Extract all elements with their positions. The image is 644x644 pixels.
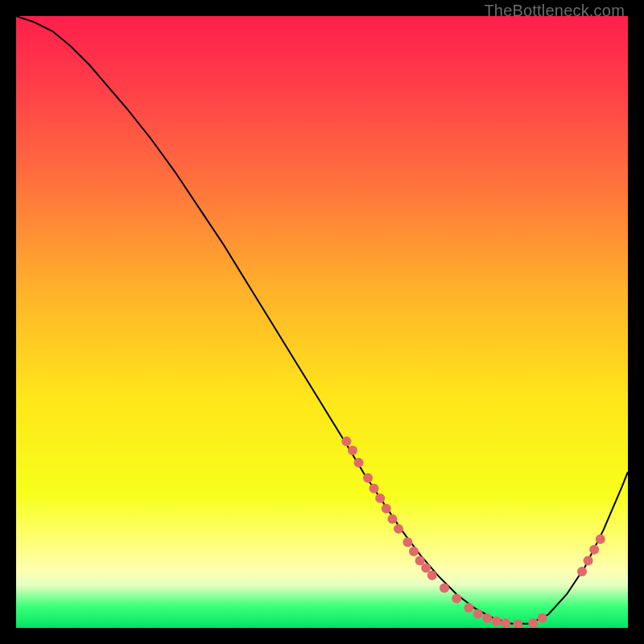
marker-dot [584,555,593,565]
marker-dot [501,618,510,628]
marker-dot [369,484,379,493]
marker-dot [538,613,547,623]
marker-dot [596,535,605,544]
marker-dot [528,618,538,628]
marker-dot [452,594,461,604]
marker-dot [409,547,419,556]
marker-dot [577,567,587,576]
chart-frame [16,16,628,628]
marker-dot [492,617,502,626]
marker-dot [473,609,483,619]
marker-dot [363,473,373,483]
marker-dot [348,446,357,456]
marker-dot [354,458,364,468]
chart-background [16,16,628,628]
marker-dot [402,538,412,547]
marker-dot [589,545,599,555]
marker-dot [440,584,449,593]
marker-dot [482,613,492,623]
marker-dot [464,603,473,613]
marker-dot [375,493,385,503]
marker-dot [382,504,391,514]
chart-svg [16,16,628,628]
marker-dot [394,524,403,534]
marker-dot [387,514,397,524]
marker-dot [427,571,437,580]
marker-dot [341,436,351,446]
